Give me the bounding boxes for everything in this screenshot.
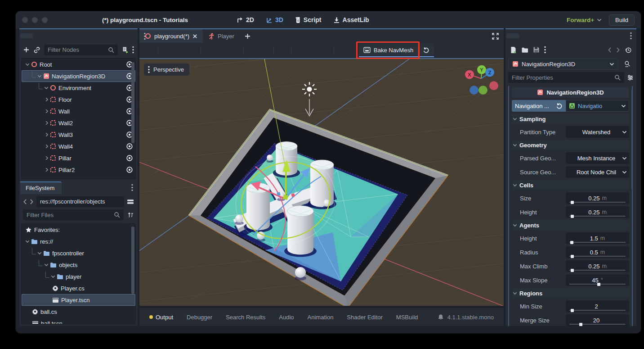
preview-camera-toggle[interactable]	[276, 45, 289, 56]
expander-icon[interactable]	[45, 109, 49, 113]
filesystem-scrollbar[interactable]	[131, 227, 134, 294]
Player.tscn[interactable]: Player.tscn	[22, 294, 135, 306]
bottom-tab-debugger[interactable]: Debugger	[187, 314, 212, 321]
history-forward-icon[interactable]	[616, 47, 620, 53]
ball.tscn[interactable]: ball.tscn	[22, 317, 135, 324]
slider-thumb[interactable]	[570, 241, 573, 244]
inspector-scrollbar[interactable]	[631, 89, 633, 190]
bottom-tab-msbuild[interactable]: MSBuild	[396, 314, 418, 321]
instance-scene-icon[interactable]	[33, 46, 40, 54]
scene-tab-player[interactable]: Player	[203, 29, 240, 43]
Wall3[interactable]: Wall3	[22, 129, 135, 141]
workspace-tab-assetlib[interactable]: AssetLib	[333, 16, 369, 23]
Root[interactable]: Root	[22, 59, 135, 70]
view-options-menu[interactable]	[319, 45, 331, 56]
sort-files-icon[interactable]	[127, 212, 134, 218]
load-resource-icon[interactable]	[521, 47, 528, 53]
property-field[interactable]: Root Node Chil	[566, 166, 629, 178]
expander-icon[interactable]	[25, 63, 30, 66]
Favorites:[interactable]: Favorites:	[22, 224, 135, 236]
bottom-tab-shader-editor[interactable]: Shader Editor	[347, 314, 383, 321]
tab-filesystem[interactable]: FileSystem	[20, 181, 62, 194]
clear-navmesh-icon[interactable]	[418, 44, 434, 56]
traffic-light-close[interactable]	[22, 17, 28, 23]
bottom-tab-animation[interactable]: Animation	[308, 314, 334, 321]
filter-properties-input[interactable]: Filter Properties	[508, 72, 624, 83]
filter-files-input[interactable]: Filter Files	[23, 209, 124, 220]
Wall2[interactable]: Wall2	[22, 117, 135, 129]
preview-environment-toggle[interactable]	[306, 45, 319, 56]
bottom-tab-audio[interactable]: Audio	[279, 314, 294, 321]
group-button[interactable]	[228, 45, 241, 56]
property-field[interactable]: Mesh Instance	[566, 152, 629, 164]
new-scene-tab-icon[interactable]	[240, 33, 255, 40]
edited-node-dropdown[interactable]: NavigationRegion3D	[508, 58, 618, 70]
Environment[interactable]: Environment	[22, 82, 135, 94]
Wall[interactable]: Wall	[22, 105, 135, 117]
ball.cs[interactable]: ball.cs	[22, 306, 135, 317]
current-path[interactable]: res://fpscontroller/objects	[36, 196, 124, 207]
section-header[interactable]: Agents	[512, 220, 629, 230]
section-header[interactable]: Geometry	[512, 140, 629, 150]
scene-tree-menu-icon[interactable]	[132, 46, 134, 54]
bottom-tab-search-results[interactable]: Search Results	[226, 314, 265, 321]
section-header[interactable]: Regions	[512, 288, 629, 298]
build-button[interactable]: Build	[609, 14, 635, 26]
slider-thumb[interactable]	[571, 201, 574, 204]
NavigationRegion3D[interactable]: NavigationRegion3D	[22, 70, 135, 82]
property-field[interactable]: 2	[566, 300, 629, 312]
filter-nodes-input[interactable]: Filter Nodes	[44, 45, 118, 55]
expander-icon[interactable]	[45, 97, 49, 102]
tab-scene[interactable]	[20, 33, 33, 38]
slider-thumb[interactable]	[597, 283, 600, 286]
scale-tool[interactable]	[186, 45, 198, 56]
Pillar2[interactable]: Pillar2	[22, 164, 135, 176]
revert-icon[interactable]	[556, 103, 563, 109]
toolbar-tool[interactable]	[158, 46, 158, 54]
property-field[interactable]: 0.25 m	[566, 192, 629, 204]
expander-icon[interactable]	[45, 121, 49, 125]
property-field[interactable]: 20	[566, 314, 629, 326]
new-resource-icon[interactable]	[510, 46, 517, 54]
tab-inspector[interactable]	[506, 33, 519, 38]
traffic-light-minimize[interactable]	[32, 17, 38, 23]
property-field[interactable]: 0.25 m	[566, 260, 629, 272]
expander-icon[interactable]	[45, 168, 49, 172]
preview-sun-toggle[interactable]	[294, 45, 306, 56]
traffic-light-zoom[interactable]	[42, 17, 48, 23]
expander-icon[interactable]	[45, 144, 49, 149]
expander-icon[interactable]	[25, 240, 30, 243]
slider-thumb[interactable]	[571, 255, 574, 258]
expander-icon[interactable]	[51, 275, 55, 278]
property-field[interactable]: 0.5 m	[566, 246, 629, 258]
open-docs-icon[interactable]	[621, 58, 634, 70]
edit-history-icon[interactable]	[625, 46, 632, 54]
fpscontroller[interactable]: fpscontroller	[22, 247, 135, 259]
Player.cs[interactable]: Player.cs	[22, 282, 135, 294]
projection-selector[interactable]: Perspective	[144, 63, 189, 76]
filesystem-menu-icon[interactable]	[131, 184, 133, 191]
tab-history[interactable]	[532, 33, 544, 38]
slider-thumb[interactable]	[571, 269, 574, 272]
toolbar-tool[interactable]	[273, 46, 274, 54]
value-slider[interactable]	[569, 242, 626, 243]
expander-icon[interactable]	[37, 252, 42, 255]
nav-forward-icon[interactable]	[30, 199, 34, 205]
workspace-tab-2d[interactable]: 2D	[237, 16, 254, 23]
property-tools-icon[interactable]	[627, 74, 634, 81]
expander-icon[interactable]	[45, 132, 49, 137]
value-slider[interactable]	[569, 270, 626, 271]
slider-thumb[interactable]	[571, 309, 574, 312]
workspace-tab-script[interactable]: Script	[295, 16, 322, 23]
visibility-eye-icon[interactable]	[126, 143, 133, 150]
value-slider[interactable]	[569, 310, 626, 311]
bake-navmesh-button[interactable]: Bake NavMesh	[359, 44, 418, 56]
expander-icon[interactable]	[37, 75, 42, 78]
scene-tab-playground[interactable]: playground(*)	[139, 29, 203, 43]
bell-icon[interactable]	[438, 314, 444, 321]
expander-icon[interactable]	[44, 263, 49, 267]
section-header[interactable]: Sampling	[512, 114, 629, 124]
visibility-eye-icon[interactable]	[126, 154, 133, 162]
expander-icon[interactable]	[44, 86, 49, 90]
close-icon[interactable]	[192, 34, 197, 39]
